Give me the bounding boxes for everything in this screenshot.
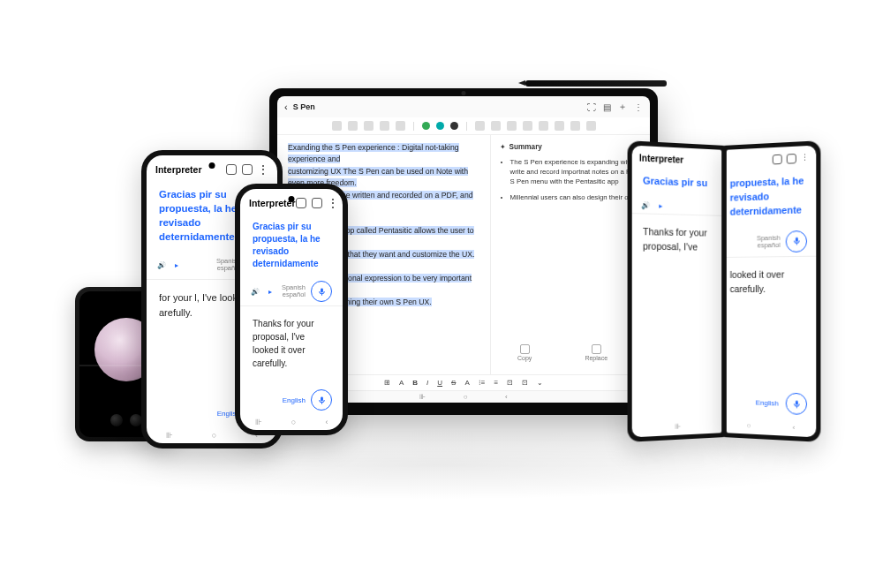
source-lang-label[interactable]: English: [283, 396, 306, 404]
app-title: Interpreter: [155, 164, 202, 175]
align-icon[interactable]: ≡: [494, 379, 498, 387]
phone-device-small: Interpreter ⋮ Gracias pir su propuesta, …: [235, 184, 348, 435]
play-icon[interactable]: ▸: [659, 202, 662, 210]
nav-recent-icon[interactable]: ⊪: [419, 393, 426, 401]
speaker-icon[interactable]: 🔊: [251, 288, 260, 296]
app-title: Interpreter: [639, 153, 683, 165]
nav-recent-icon[interactable]: ⊪: [675, 422, 681, 430]
add-icon[interactable]: ＋: [618, 101, 627, 113]
phone-nav-bar: ⊪ ○ ‹: [240, 418, 343, 426]
bold-icon[interactable]: B: [412, 379, 418, 387]
tool-icon[interactable]: [570, 121, 580, 131]
front-camera: [289, 196, 295, 202]
history-icon[interactable]: [226, 164, 237, 175]
summary-panel: ✦Summary The S Pen experience is expandi…: [490, 135, 650, 374]
target-lang-label[interactable]: Spanishespañol: [757, 234, 781, 249]
copy-button[interactable]: Copy: [517, 344, 532, 361]
underline-icon[interactable]: U: [437, 379, 442, 387]
settings-icon[interactable]: [312, 198, 322, 208]
pen-icon[interactable]: [348, 121, 358, 131]
summary-item: The S Pen experience is expanding with w…: [510, 158, 641, 187]
sparkle-icon: ✦: [500, 142, 506, 151]
mic-button[interactable]: [786, 230, 807, 253]
speaker-icon[interactable]: 🔊: [157, 261, 166, 269]
color-icon[interactable]: A: [464, 379, 469, 387]
nav-back-icon[interactable]: ‹: [325, 418, 328, 426]
box-icon[interactable]: ⊡: [522, 379, 528, 387]
source-text-right: looked it over carefully.: [727, 257, 816, 297]
redo-icon[interactable]: [491, 121, 501, 131]
summary-item: Millennial users can also design their o…: [510, 193, 641, 203]
mic-button[interactable]: [311, 389, 332, 411]
tablet-title: S Pen: [293, 102, 315, 111]
eraser-icon[interactable]: [364, 121, 374, 131]
settings-icon[interactable]: [242, 164, 253, 175]
tool-icon[interactable]: [332, 121, 342, 131]
undo-icon[interactable]: [475, 121, 485, 131]
camera-lens-icon: [110, 414, 123, 426]
language-bar-top: Spanishespañol: [727, 226, 816, 257]
nav-recent-icon[interactable]: ⊪: [255, 418, 262, 426]
italic-icon[interactable]: I: [426, 379, 428, 387]
drawing-toolbar: [277, 117, 650, 135]
replace-icon: [592, 344, 601, 354]
speaker-icon[interactable]: 🔊: [641, 201, 650, 210]
copy-icon: [520, 344, 530, 354]
more-icon[interactable]: ⋮: [801, 153, 809, 163]
color-green-icon[interactable]: [422, 122, 430, 130]
front-camera: [209, 162, 215, 169]
chevron-down-icon[interactable]: ⌄: [537, 379, 543, 387]
history-icon[interactable]: [773, 155, 782, 165]
more-icon[interactable]: ⋮: [634, 102, 643, 112]
mic-button[interactable]: [786, 393, 807, 416]
tool-icon[interactable]: [539, 121, 548, 131]
mic-button[interactable]: [311, 281, 332, 302]
nav-home-icon[interactable]: ○: [212, 431, 216, 440]
language-bar-bottom: English: [727, 390, 816, 415]
nav-back-icon[interactable]: ‹: [505, 393, 508, 401]
nav-home-icon[interactable]: ○: [747, 421, 751, 429]
back-icon[interactable]: ‹: [284, 102, 288, 112]
strike-icon[interactable]: S: [451, 379, 456, 387]
source-lang-label[interactable]: English: [756, 398, 779, 407]
settings-icon[interactable]: [787, 154, 796, 164]
tool-icon[interactable]: [507, 121, 517, 131]
replace-button[interactable]: Replace: [585, 344, 608, 361]
lasso-icon[interactable]: [396, 121, 405, 131]
play-icon[interactable]: ▸: [175, 261, 178, 269]
more-icon[interactable]: ⋮: [258, 164, 268, 175]
nav-home-icon[interactable]: ○: [464, 393, 468, 401]
tablet-camera: [462, 91, 466, 95]
fold-device: Interpreter Gracias pir su 🔊 ▸ Thanks fo…: [627, 146, 821, 437]
translated-text-left: Gracias pir su: [632, 164, 721, 200]
source-text: Thanks for your proposal, I've looked it…: [240, 306, 343, 381]
history-icon[interactable]: [296, 198, 306, 208]
layout-icon[interactable]: ⊞: [384, 379, 390, 387]
camera-lens-icon: [130, 414, 142, 426]
play-icon[interactable]: ▸: [268, 288, 272, 296]
translated-text-right: propuesta, la he revisado deternidamente: [727, 164, 816, 228]
color-black-icon[interactable]: [450, 122, 458, 130]
source-text-left: Thanks for your proposal, I've: [632, 214, 721, 254]
box-icon[interactable]: ⊡: [507, 379, 513, 387]
summary-title: Summary: [509, 143, 542, 151]
tablet-header: ‹ S Pen ⛶ ▤ ＋ ⋮: [277, 96, 650, 117]
list-icon[interactable]: ⁝≡: [479, 379, 486, 387]
highlight-icon[interactable]: [380, 121, 389, 131]
tool-icon[interactable]: [555, 121, 564, 131]
grid-icon[interactable]: ▤: [603, 102, 611, 112]
tool-icon[interactable]: [586, 121, 596, 131]
s-pen-stylus: [525, 80, 667, 87]
expand-icon[interactable]: ⛶: [587, 102, 596, 112]
more-icon[interactable]: ⋮: [328, 198, 338, 208]
language-bar-bottom: English: [240, 389, 343, 411]
nav-recent-icon[interactable]: ⊪: [166, 431, 173, 440]
tool-icon[interactable]: [523, 121, 532, 131]
nav-home-icon[interactable]: ○: [291, 418, 296, 426]
font-icon[interactable]: A: [399, 379, 404, 387]
target-lang-label[interactable]: Spanishespañol: [282, 284, 306, 299]
color-teal-icon[interactable]: [436, 122, 444, 130]
language-bar-top: 🔊 ▸ Spanishespañol: [240, 277, 343, 306]
nav-back-icon[interactable]: ‹: [792, 424, 795, 432]
fold-nav-bar: ⊪: [632, 420, 721, 433]
